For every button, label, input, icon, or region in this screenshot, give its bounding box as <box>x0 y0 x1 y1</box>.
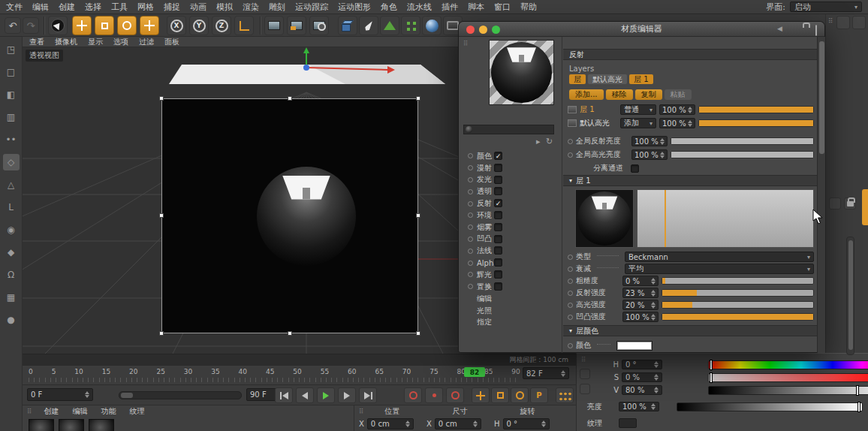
channel-row[interactable]: 漫射 <box>459 162 562 174</box>
tab-default-specular[interactable]: 默认高光 <box>588 74 627 84</box>
add-cube-button[interactable] <box>338 16 357 35</box>
viewport-menu-item[interactable]: 查看 <box>29 37 44 47</box>
scrollbar-thumb[interactable] <box>848 240 853 350</box>
left-tool-icon[interactable]: △ <box>3 176 20 193</box>
remove-layer-button[interactable]: 移除 <box>606 89 633 100</box>
channel-checkbox[interactable]: ✓ <box>494 152 502 160</box>
gradient-marker[interactable] <box>665 190 666 247</box>
hue-input[interactable]: 0 ° <box>622 360 662 369</box>
lock-button[interactable] <box>844 197 856 209</box>
saturation-slider-marker[interactable] <box>710 373 712 382</box>
left-tool-icon[interactable]: •• <box>3 131 20 148</box>
value-input[interactable]: 80 % <box>622 385 662 395</box>
channel-checkbox[interactable] <box>494 246 502 255</box>
material-manager-menu-item[interactable]: 纹理 <box>130 406 145 417</box>
menu-item[interactable]: 流水线 <box>407 2 432 13</box>
material-editor-titlebar[interactable]: 材质编辑器 ◀ <box>459 22 824 37</box>
coordinate-system-button[interactable] <box>234 16 254 35</box>
key-pla-toggle[interactable] <box>556 387 574 403</box>
scale-tool-button[interactable] <box>95 16 114 35</box>
layer-name[interactable]: 默认高光 <box>580 118 617 128</box>
left-tool-icon[interactable]: ▥ <box>3 109 20 125</box>
material-editor-scrollbar[interactable] <box>817 37 825 353</box>
brightness-input[interactable]: 100 % <box>619 402 659 411</box>
channel-checkbox[interactable] <box>494 235 502 243</box>
blend-mode-dropdown[interactable]: 普通▾ <box>620 104 656 115</box>
filter-icon[interactable] <box>580 384 590 394</box>
current-frame-marker[interactable]: 82 <box>464 367 485 377</box>
key-scale-toggle[interactable] <box>491 387 509 403</box>
left-tool-icon[interactable]: ● <box>3 312 20 328</box>
editor-page-item[interactable]: 指定 <box>459 317 562 329</box>
lock-x-axis-button[interactable]: X <box>167 16 186 35</box>
panel-drag-handle[interactable]: ⠿ <box>27 408 32 415</box>
channel-row[interactable]: 烟雾 <box>459 222 562 234</box>
layer-thumb-icon[interactable] <box>568 106 577 113</box>
channel-checkbox[interactable]: ✓ <box>494 199 502 207</box>
menu-item[interactable]: 网格 <box>137 2 154 13</box>
redo-button[interactable]: ↷ <box>23 17 39 34</box>
menu-item[interactable]: 文件 <box>6 2 23 13</box>
selection-handle[interactable] <box>288 96 292 101</box>
panel-drag-handle[interactable]: ⠿ <box>828 17 833 25</box>
layer-opacity-slider[interactable] <box>698 106 814 113</box>
add-layer-button[interactable]: 添加... <box>569 89 604 100</box>
param-slider[interactable] <box>662 277 814 285</box>
selection-handle[interactable] <box>416 96 420 101</box>
channel-checkbox[interactable] <box>494 223 502 231</box>
next-frame-button[interactable] <box>338 387 356 403</box>
record-keyframe-button[interactable] <box>404 387 422 403</box>
lock-z-axis-button[interactable]: Z <box>212 16 231 35</box>
material-manager-menu-item[interactable]: 创建 <box>44 406 59 417</box>
viewport-menu-item[interactable]: 选项 <box>113 37 128 47</box>
key-parameter-toggle[interactable]: P <box>530 387 548 403</box>
param-slider[interactable] <box>662 313 814 321</box>
value-slider[interactable] <box>708 386 868 395</box>
scrollbar-thumb[interactable] <box>819 41 824 154</box>
panel-scrollbar[interactable] <box>846 237 854 355</box>
param-slider[interactable] <box>662 301 814 309</box>
brightness-slider-marker[interactable] <box>858 402 860 411</box>
menu-item[interactable]: 角色 <box>381 2 397 13</box>
param-slider[interactable] <box>662 289 814 297</box>
undo-button[interactable]: ↶ <box>5 17 21 34</box>
live-selection-button[interactable] <box>48 16 68 35</box>
view-label[interactable]: 透视视图 <box>26 50 63 62</box>
menu-item[interactable]: 运动图形 <box>338 2 371 13</box>
collapse-icon[interactable]: ▾ <box>569 327 572 334</box>
menu-item[interactable]: 动画 <box>190 2 206 13</box>
lock-y-axis-button[interactable]: Y <box>189 16 209 35</box>
left-tool-icon[interactable]: L <box>3 199 20 216</box>
editor-page-item[interactable]: 光照 <box>459 305 562 317</box>
menu-item[interactable]: 脚本 <box>468 2 484 13</box>
preview-strip[interactable] <box>463 125 554 134</box>
selection-handle[interactable] <box>416 331 420 336</box>
tab-layer[interactable]: 层 <box>569 74 586 84</box>
menu-item[interactable]: 选择 <box>85 2 101 13</box>
left-tool-icon[interactable]: □ <box>3 64 20 80</box>
texture-button[interactable] <box>619 418 637 428</box>
timeline-range-slider[interactable] <box>119 391 242 399</box>
channel-checkbox[interactable] <box>494 211 502 219</box>
menu-item[interactable]: 捕捉 <box>164 2 180 13</box>
selection-handle[interactable] <box>159 96 164 101</box>
channel-row[interactable]: 置换 <box>459 281 562 293</box>
menu-item[interactable]: 插件 <box>442 2 458 13</box>
collapse-icon[interactable]: ▾ <box>569 177 572 184</box>
param-field[interactable]: 23 % <box>622 288 659 298</box>
global-row-slider[interactable] <box>671 151 814 158</box>
grid-icon[interactable] <box>829 197 841 209</box>
hue-slider-marker[interactable] <box>710 360 712 369</box>
param-field[interactable]: 20 % <box>622 300 659 310</box>
global-row-slider[interactable] <box>671 137 814 145</box>
menu-item[interactable]: 模拟 <box>216 2 233 13</box>
rotate-tool-button[interactable] <box>117 16 137 35</box>
channel-row[interactable]: 辉光 <box>459 269 562 281</box>
material-thumbnail[interactable] <box>59 419 84 431</box>
channel-row[interactable]: 环境 <box>459 209 562 222</box>
move-tool-button[interactable] <box>72 16 92 35</box>
param-field[interactable]: 100 % <box>622 312 659 322</box>
paste-layer-button[interactable]: 粘贴 <box>665 89 692 100</box>
left-tool-icon[interactable]: ◧ <box>3 86 20 103</box>
channel-row[interactable]: 凹凸 <box>459 234 562 246</box>
